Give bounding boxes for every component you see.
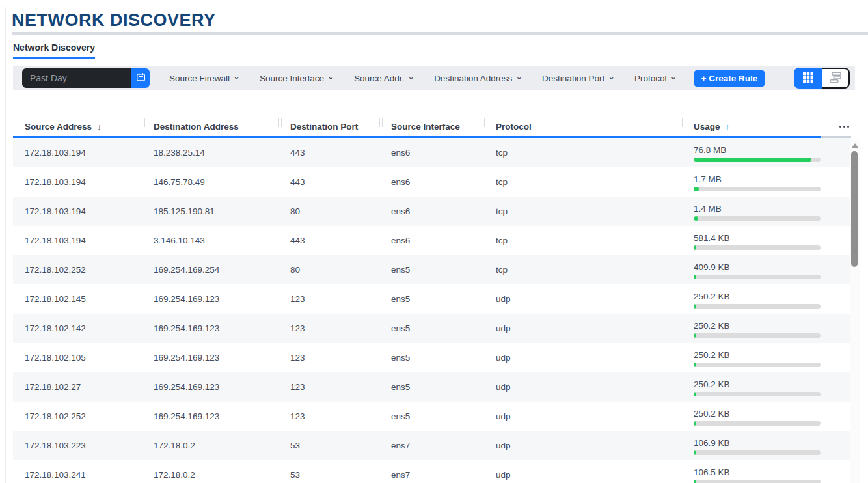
column-header-destination-port[interactable]: Destination Port (278, 117, 379, 136)
cell-source-interface: ens5 (379, 284, 484, 314)
cell-protocol: tcp (484, 138, 682, 167)
column-header-protocol[interactable]: Protocol (484, 117, 682, 136)
cell-source-address: 172.18.103.223 (13, 431, 142, 460)
table-row[interactable]: 172.18.103.194 146.75.78.49 443 ens6 tcp… (13, 167, 851, 197)
title-divider (12, 32, 868, 34)
cell-source-address: 172.18.102.252 (13, 255, 142, 284)
flow-view-button[interactable] (822, 68, 850, 89)
table-row[interactable]: 172.18.103.194 3.146.10.143 443 ens6 tcp… (13, 226, 851, 255)
view-toggle (794, 68, 850, 89)
panel-edge (5, 7, 6, 483)
cell-usage: 581.4 KB (682, 226, 825, 255)
cell-destination-address: 3.146.10.143 (142, 226, 278, 255)
table-row[interactable]: 172.18.102.27 169.254.169.123 123 ens5 u… (13, 372, 851, 402)
cell-protocol: tcp (484, 167, 682, 197)
usage-bar-fill (694, 216, 698, 221)
filter-list: Source Firewall ⌄ Source Interface ⌄ Sou… (169, 74, 677, 83)
filter-protocol[interactable]: Protocol ⌄ (634, 74, 677, 83)
cell-destination-address: 169.254.169.123 (142, 343, 278, 372)
cell-destination-address: 169.254.169.254 (142, 255, 278, 284)
cell-menu (825, 372, 851, 402)
column-header-usage[interactable]: Usage ↑ (682, 117, 825, 136)
tab-bar: Network Discovery (13, 42, 95, 59)
cell-protocol: udp (484, 284, 682, 314)
cell-menu (825, 431, 851, 460)
usage-bar (694, 158, 821, 162)
usage-bar (694, 333, 821, 338)
filter-destination-address[interactable]: Destination Address ⌄ (434, 74, 522, 83)
table-view-button[interactable] (794, 68, 822, 89)
usage-bar-fill (694, 450, 696, 455)
cell-menu (825, 167, 851, 197)
usage-bar (694, 275, 821, 279)
cell-destination-port: 443 (278, 167, 379, 197)
tab-network-discovery[interactable]: Network Discovery (13, 42, 95, 59)
cell-source-interface: ens5 (379, 372, 484, 402)
column-header-destination-address[interactable]: Destination Address (142, 117, 278, 136)
cell-destination-port: 123 (278, 343, 379, 372)
table-row[interactable]: 172.18.103.194 18.238.25.14 443 ens6 tcp… (13, 138, 851, 167)
table-body: 172.18.103.194 18.238.25.14 443 ens6 tcp… (13, 138, 851, 483)
date-range-input[interactable] (22, 68, 131, 88)
column-options-button[interactable] (825, 117, 851, 136)
filter-source-interface[interactable]: Source Interface ⌄ (260, 74, 334, 83)
usage-bar-fill (694, 363, 696, 367)
cell-source-address: 172.18.103.194 (13, 138, 142, 167)
cell-destination-port: 80 (278, 197, 379, 226)
column-header-source-interface[interactable]: Source Interface (379, 117, 484, 136)
usage-bar-fill (694, 187, 699, 191)
chevron-down-icon: ⌄ (327, 74, 334, 79)
usage-bar (694, 187, 821, 191)
cell-protocol: udp (484, 402, 682, 431)
cell-source-address: 172.18.102.145 (13, 284, 142, 314)
create-rule-button[interactable]: + Create Rule (694, 70, 765, 87)
chevron-down-icon: ⌄ (407, 74, 414, 79)
calendar-icon (136, 72, 146, 84)
cell-usage: 106.9 KB (682, 431, 825, 460)
cell-destination-address: 169.254.169.123 (142, 314, 278, 343)
cell-source-address: 172.18.103.194 (13, 197, 142, 226)
table-row[interactable]: 172.18.103.241 172.18.0.2 53 ens7 udp 10… (13, 460, 851, 483)
cell-usage: 250.2 KB (682, 372, 825, 402)
table-row[interactable]: 172.18.102.105 169.254.169.123 123 ens5 … (13, 343, 851, 372)
usage-bar-fill (694, 245, 696, 250)
usage-bar-fill (694, 304, 696, 309)
cell-source-interface: ens7 (379, 460, 484, 483)
flows-table: Source Address ↓ Destination Address Des… (13, 117, 851, 483)
cell-source-interface: ens7 (379, 431, 484, 460)
table-row[interactable]: 172.18.103.194 185.125.190.81 80 ens6 tc… (13, 197, 851, 226)
usage-bar (694, 392, 821, 396)
usage-bar (694, 480, 821, 483)
cell-source-interface: ens5 (379, 314, 484, 343)
table-row[interactable]: 172.18.102.145 169.254.169.123 123 ens5 … (13, 284, 851, 314)
table-row[interactable]: 172.18.102.142 169.254.169.123 123 ens5 … (13, 314, 851, 343)
vertical-scrollbar[interactable] (850, 139, 860, 483)
cell-destination-port: 123 (278, 372, 379, 402)
grid-view-icon (803, 72, 813, 85)
cell-usage: 250.2 KB (682, 402, 825, 431)
chevron-down-icon: ⌄ (233, 74, 240, 79)
cell-protocol: udp (484, 460, 682, 483)
cell-menu (825, 343, 851, 372)
filter-destination-port[interactable]: Destination Port ⌄ (542, 74, 615, 83)
cell-destination-port: 80 (278, 255, 379, 284)
cell-menu (825, 226, 851, 255)
date-range-picker (22, 68, 150, 88)
scroll-up-icon[interactable] (852, 143, 858, 148)
table-row[interactable]: 172.18.102.252 169.254.169.254 80 ens5 t… (13, 255, 851, 284)
column-header-source-address[interactable]: Source Address ↓ (13, 117, 142, 136)
scrollbar-thumb[interactable] (851, 151, 858, 267)
cell-destination-address: 185.125.190.81 (142, 197, 278, 226)
calendar-button[interactable] (131, 68, 150, 88)
filter-source-addr[interactable]: Source Addr. ⌄ (354, 74, 414, 83)
chevron-down-icon: ⌄ (608, 74, 615, 79)
table-row[interactable]: 172.18.102.252 169.254.169.123 123 ens5 … (13, 402, 851, 431)
cell-destination-address: 146.75.78.49 (142, 167, 278, 197)
cell-menu (825, 402, 851, 431)
table-row[interactable]: 172.18.103.223 172.18.0.2 53 ens7 udp 10… (13, 431, 851, 460)
filter-source-firewall[interactable]: Source Firewall ⌄ (169, 74, 240, 83)
sort-asc-icon: ↑ (726, 122, 730, 132)
cell-source-interface: ens5 (379, 402, 484, 431)
cell-destination-address: 172.18.0.2 (142, 431, 278, 460)
table-header: Source Address ↓ Destination Address Des… (13, 117, 851, 138)
